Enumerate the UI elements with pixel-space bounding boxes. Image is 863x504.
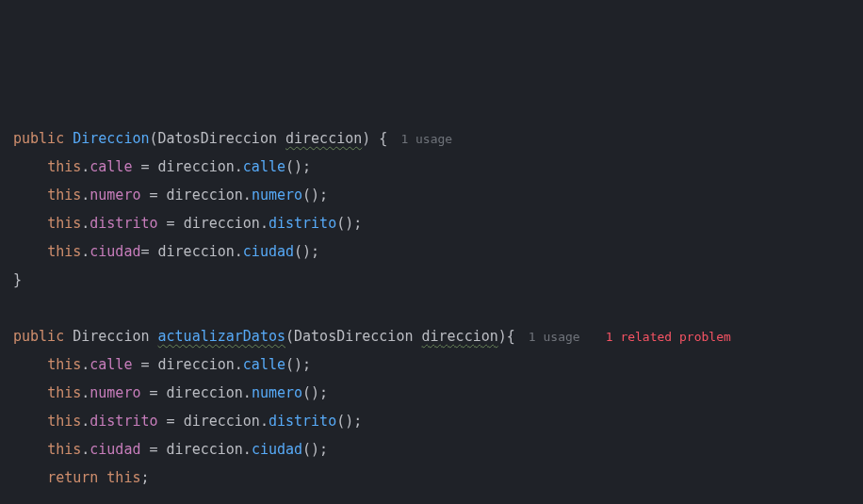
method-distrito: distrito (269, 413, 336, 430)
paren-close: ) { (362, 130, 387, 147)
param-ref: direccion (158, 356, 235, 373)
code-line[interactable]: this.numero = direccion.numero(); (13, 181, 863, 209)
method-calle: calle (243, 356, 285, 373)
field-calle: calle (90, 356, 132, 373)
method-ciudad: ciudad (243, 243, 294, 260)
code-line[interactable]: return this; (13, 463, 863, 492)
code-line[interactable]: public Direccion actualizarDatos(DatosDi… (13, 322, 863, 350)
keyword-this: this (47, 441, 81, 458)
constructor-name[interactable]: Direccion (73, 130, 149, 147)
param-ref: direccion (167, 441, 243, 458)
keyword-public: public (13, 328, 64, 345)
param-ref: direccion (184, 215, 260, 232)
method-name[interactable]: actualizarDatos (158, 328, 285, 345)
keyword-return: return (47, 469, 98, 486)
return-type: Direccion (73, 328, 149, 345)
inlay-hints: 1 usage 1 related problem (529, 322, 731, 351)
field-calle: calle (90, 158, 132, 175)
code-line[interactable]: this.calle = direccion.calle(); (13, 153, 863, 181)
param-name[interactable]: direccion (285, 130, 362, 147)
keyword-this: this (106, 469, 140, 486)
keyword-this: this (47, 384, 81, 401)
keyword-this: this (47, 158, 81, 175)
paren-close: ){ (498, 328, 515, 345)
usage-hint[interactable]: 1 usage (400, 132, 452, 146)
code-line[interactable]: } (13, 266, 863, 294)
keyword-this: this (47, 187, 81, 203)
param-ref: direccion (158, 243, 235, 260)
param-name[interactable]: direccion (422, 328, 498, 345)
code-line[interactable]: public Direccion(DatosDireccion direccio… (13, 124, 863, 153)
code-line[interactable]: this.ciudad= direccion.ciudad(); (13, 237, 863, 266)
field-distrito: distrito (90, 215, 157, 232)
method-calle: calle (243, 158, 285, 175)
keyword-this: this (47, 243, 81, 260)
blank-line[interactable] (13, 492, 863, 504)
param-ref: direccion (167, 384, 243, 401)
code-line[interactable]: this.numero = direccion.numero(); (13, 379, 863, 407)
paren-open: ( (285, 328, 294, 345)
param-type: DatosDireccion (158, 130, 277, 147)
paren-open: ( (150, 130, 158, 147)
keyword-public: public (13, 130, 64, 147)
method-numero: numero (252, 187, 302, 203)
field-ciudad: ciudad (90, 243, 140, 260)
code-line[interactable]: this.distrito = direccion.distrito(); (13, 209, 863, 237)
code-line[interactable]: this.distrito = direccion.distrito(); (13, 407, 863, 435)
param-ref: direccion (184, 413, 260, 430)
method-distrito: distrito (269, 215, 336, 232)
brace-close: } (13, 271, 22, 288)
field-numero: numero (90, 384, 140, 401)
method-ciudad: ciudad (252, 441, 302, 458)
param-type: DatosDireccion (294, 328, 413, 345)
code-line[interactable]: this.calle = direccion.calle(); (13, 350, 863, 379)
field-numero: numero (90, 187, 140, 203)
code-line[interactable]: this.ciudad = direccion.ciudad(); (13, 435, 863, 463)
param-ref: direccion (158, 158, 235, 175)
problem-hint[interactable]: 1 related problem (606, 330, 731, 344)
keyword-this: this (47, 215, 81, 232)
keyword-this: this (47, 413, 81, 430)
keyword-this: this (47, 356, 81, 373)
method-numero: numero (252, 384, 302, 401)
field-ciudad: ciudad (90, 441, 140, 458)
field-distrito: distrito (90, 413, 157, 430)
blank-line[interactable] (13, 294, 863, 322)
param-ref: direccion (167, 187, 243, 203)
inlay-hints: 1 usage (400, 124, 452, 154)
usage-hint[interactable]: 1 usage (529, 330, 580, 344)
